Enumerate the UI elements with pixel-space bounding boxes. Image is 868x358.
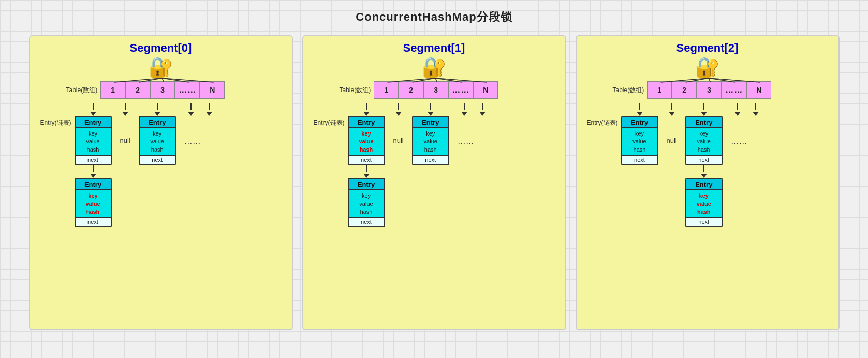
entry-field-value-0-0-0: value — [86, 138, 99, 145]
entry-field-key-2-2-1: key — [699, 192, 709, 200]
entry-chain-area-2: Entry(链表)EntrykeyvaluehashnextnullEntryk… — [587, 103, 833, 227]
table-cell-1-0: 1 — [374, 81, 399, 99]
entry-label-0-0-1: Entry — [76, 181, 111, 188]
table-cell-2-4: N — [746, 81, 771, 99]
dots-label-1-3: …… — [458, 137, 474, 146]
entry-field-key-2-0-0: key — [635, 130, 644, 138]
table-cell-1-4: N — [473, 81, 498, 99]
segment-title-1: Segment[1] — [308, 41, 560, 55]
entry-box-1-0-0: Entrykeyvaluehashnext — [348, 116, 385, 165]
entry-col-1-1: null — [390, 103, 407, 144]
entry-next-2-0-0: next — [622, 155, 657, 164]
entry-field-key-0-2-0: key — [153, 130, 161, 138]
entry-label-1-0-0: Entry — [349, 118, 384, 126]
entry-field-value-1-2-0: value — [424, 138, 437, 145]
entry-field-key-1-0-1: key — [362, 192, 371, 200]
entry-field-key-2-2-0: key — [699, 130, 708, 138]
entry-field-key-0-0-1: key — [88, 192, 97, 200]
entry-label-1-0-1: Entry — [349, 181, 384, 188]
table-label-2: Table(数组) — [613, 86, 644, 95]
entry-field-value-2-2-1: value — [697, 200, 711, 208]
entry-next-2-2-0: next — [686, 155, 722, 164]
entry-label-2-0-0: Entry — [622, 118, 657, 126]
segment-title-0: Segment[0] — [35, 41, 287, 55]
table-cell-0-3: …… — [175, 81, 200, 99]
table-cell-0-2: 3 — [150, 81, 175, 99]
entry-field-value-1-0-0: value — [359, 138, 373, 145]
table-cell-1-1: 2 — [399, 81, 423, 99]
entry-next-1-0-0: next — [349, 155, 384, 164]
entry-field-hash-1-0-1: hash — [360, 208, 373, 216]
entry-label-1-2-0: Entry — [413, 118, 448, 126]
entry-next-1-0-1: next — [349, 217, 384, 226]
entry-field-key-1-0-0: key — [361, 130, 371, 138]
entry-col-2-3: …… — [728, 103, 747, 146]
entry-col-2-1: null — [664, 103, 680, 144]
entry-chain-label-1: Entry(链表) — [314, 118, 345, 127]
entry-box-2-0-0: Entrykeyvaluehashnext — [621, 116, 658, 165]
entry-field-value-0-2-0: value — [151, 138, 164, 145]
dots-label-0-3: …… — [184, 137, 201, 146]
entry-chain-label-0: Entry(链表) — [40, 118, 71, 127]
entry-field-value-2-0-0: value — [632, 138, 646, 145]
segments-container: Segment[0]🔐Table(数组)123……NEntry(链表)Entry… — [0, 30, 868, 335]
entry-col-1-0: EntrykeyvaluehashnextEntrykeyvaluehashne… — [348, 103, 385, 227]
entry-col-1-2: Entrykeyvaluehashnext — [412, 103, 449, 165]
entry-label-2-2-0: Entry — [686, 118, 722, 126]
entry-field-hash-2-0-0: hash — [634, 146, 646, 154]
table-row-1: Table(数组)123……N — [340, 81, 560, 99]
table-label-0: Table(数组) — [66, 86, 98, 95]
entry-col-1-3: …… — [454, 103, 474, 146]
lock-icon-0: 🔐 — [35, 57, 287, 77]
table-cell-0-0: 1 — [100, 81, 125, 99]
entry-field-hash-0-0-0: hash — [87, 146, 99, 154]
entry-chain-area-0: Entry(链表)EntrykeyvaluehashnextEntrykeyva… — [40, 103, 287, 227]
entry-label-2-2-1: Entry — [686, 181, 722, 188]
entry-col-2-4 — [753, 103, 759, 116]
segment-box-1: Segment[1]🔐Table(数组)123……NEntry(链表)Entry… — [302, 35, 566, 330]
entry-box-2-2-1: Entrykeyvaluehashnext — [685, 178, 723, 227]
entry-field-hash-2-2-1: hash — [697, 208, 711, 216]
segment-box-2: Segment[2]🔐Table(数组)123……NEntry(链表)Entry… — [576, 35, 840, 330]
entry-label-0-2-0: Entry — [140, 118, 175, 126]
entry-field-value-0-0-1: value — [85, 200, 100, 208]
null-label-0-1: null — [120, 137, 130, 144]
entry-box-0-0-1: Entrykeyvaluehashnext — [75, 178, 112, 227]
null-label-2-1: null — [667, 137, 677, 144]
entry-col-2-0: Entrykeyvaluehashnext — [621, 103, 658, 165]
null-label-1-1: null — [393, 137, 404, 144]
table-cell-2-0: 1 — [647, 81, 672, 99]
entry-field-value-1-0-1: value — [359, 200, 373, 208]
entry-label-0-0-0: Entry — [76, 118, 111, 126]
entry-field-hash-2-2-0: hash — [698, 146, 710, 154]
entry-next-0-2-0: next — [140, 155, 175, 164]
entry-box-1-2-0: Entrykeyvaluehashnext — [412, 116, 449, 165]
entry-next-2-2-1: next — [686, 217, 722, 226]
lock-icon-1: 🔐 — [308, 57, 560, 77]
segment-title-2: Segment[2] — [582, 41, 833, 55]
entry-field-hash-1-0-0: hash — [360, 146, 373, 154]
entry-chain-area-1: Entry(链表)EntrykeyvaluehashnextEntrykeyva… — [314, 103, 560, 227]
table-cell-2-3: …… — [722, 81, 746, 99]
table-cell-0-4: N — [200, 81, 225, 99]
table-cell-2-2: 3 — [697, 81, 722, 99]
entry-col-2-2: EntrykeyvaluehashnextEntrykeyvaluehashne… — [685, 103, 723, 227]
entry-field-hash-0-0-1: hash — [86, 208, 100, 216]
entry-next-0-0-1: next — [76, 217, 111, 226]
entry-field-value-2-2-0: value — [697, 138, 711, 145]
entry-field-hash-1-2-0: hash — [424, 146, 437, 154]
entry-col-0-2: Entrykeyvaluehashnext — [139, 103, 176, 165]
entry-col-0-1: null — [117, 103, 134, 144]
entry-col-0-0: EntrykeyvaluehashnextEntrykeyvaluehashne… — [75, 103, 112, 227]
entry-col-0-3: …… — [181, 103, 201, 146]
entry-chain-label-2: Entry(链表) — [587, 118, 618, 127]
entry-field-hash-0-2-0: hash — [151, 146, 164, 154]
table-row-0: Table(数组)123……N — [66, 81, 287, 99]
entry-field-key-0-0-0: key — [89, 130, 97, 138]
entry-col-1-4 — [479, 103, 486, 116]
table-cell-0-1: 2 — [125, 81, 150, 99]
lock-icon-2: 🔐 — [582, 57, 833, 77]
entry-col-0-4 — [206, 103, 212, 116]
table-cell-1-2: 3 — [423, 81, 448, 99]
table-row-2: Table(数组)123……N — [613, 81, 833, 99]
